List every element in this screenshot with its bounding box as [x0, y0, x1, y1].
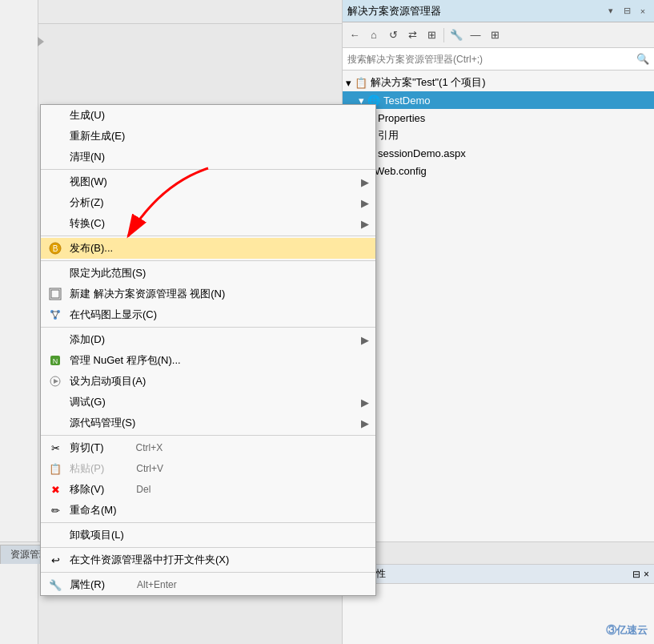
project-name-label: TestDemo: [383, 95, 431, 107]
open-folder-icon: ↩: [47, 552, 63, 568]
close-button[interactable]: ×: [636, 5, 649, 18]
menu-item-properties-shortcut: Alt+Enter: [137, 579, 177, 590]
solution-explorer-toolbar: ← ⌂ ↺ ⇄ ⊞ 🔧 — ⊞: [343, 22, 654, 48]
menu-item-add[interactable]: 添加(D) ▶: [41, 329, 375, 350]
menu-item-rebuild[interactable]: 重新生成(E): [41, 126, 375, 147]
menu-item-debug[interactable]: 调试(G) ▶: [41, 392, 375, 413]
solution-file-icon: 📋: [355, 77, 367, 89]
properties-close-btn[interactable]: ×: [644, 569, 649, 580]
paste-icon: 📋: [47, 461, 63, 477]
menu-item-cut-shortcut: Ctrl+X: [136, 442, 163, 453]
toolbar-layout-icon[interactable]: ⊞: [486, 26, 504, 44]
menu-item-source-control-arrow: ▶: [361, 417, 369, 429]
menu-item-rename-label: 重命名(M): [70, 503, 117, 517]
codemap-icon: [47, 307, 63, 323]
menu-item-view-label: 视图(W): [70, 175, 107, 189]
menu-item-new-view-label: 新建 解决方案资源管理器 视图(N): [70, 287, 225, 301]
solution-project-item[interactable]: ▾ 🌐 TestDemo: [343, 91, 654, 109]
watermark-text: ③亿速云: [606, 624, 648, 636]
float-button[interactable]: ⊟: [620, 5, 633, 18]
tree-child-references[interactable]: 📁 引用: [343, 127, 654, 144]
svg-line-9: [55, 312, 58, 318]
menu-separator-7: [41, 547, 375, 548]
menu-item-clean[interactable]: 清理(N): [41, 147, 375, 167]
menu-item-cut-label: 剪切(T): [70, 441, 104, 455]
tree-child-properties[interactable]: 📁 Properties: [343, 109, 654, 127]
rename-icon: ✏: [47, 502, 63, 518]
menu-item-paste[interactable]: 📋 粘贴(P) Ctrl+V: [41, 458, 375, 479]
menu-item-view-arrow: ▶: [361, 176, 369, 188]
menu-item-build-label: 生成(U): [70, 108, 105, 123]
solution-tree-root[interactable]: ▾ 📋 解决方案"Test"(1 个项目): [343, 74, 654, 91]
references-label: 引用: [378, 128, 399, 143]
pin-button[interactable]: ▾: [604, 5, 617, 18]
menu-separator-8: [41, 572, 375, 573]
svg-text:B: B: [53, 244, 58, 253]
tree-child-webconfig[interactable]: ⚙ Web.config: [343, 162, 654, 179]
solution-tree: ▾ 📋 解决方案"Test"(1 个项目) ▾ 🌐 TestDemo 📁 Pro…: [343, 70, 654, 183]
menu-item-remove-shortcut: Del: [136, 484, 150, 495]
menu-item-scope[interactable]: 限定为此范围(S): [41, 263, 375, 284]
menu-item-codemap-label: 在代码图上显示(C): [70, 308, 157, 322]
properties-content: [343, 584, 654, 590]
menu-item-transform[interactable]: 转换(C) ▶: [41, 213, 375, 234]
menu-separator-6: [41, 522, 375, 523]
menu-item-properties-label: 属性(R): [70, 578, 105, 592]
toolbar-refresh-icon[interactable]: ↺: [384, 26, 402, 44]
menu-separator-5: [41, 435, 375, 436]
solution-explorer-search-bar: 🔍: [343, 48, 654, 70]
menu-item-paste-shortcut: Ctrl+V: [136, 463, 163, 474]
properties-float-btn[interactable]: ⊟: [632, 569, 640, 580]
menu-item-analyze-label: 分析(Z): [70, 195, 104, 210]
svg-line-8: [52, 312, 55, 318]
menu-item-analyze[interactable]: 分析(Z) ▶: [41, 192, 375, 213]
panel-collapse-arrow[interactable]: [38, 37, 44, 46]
context-menu: 生成(U) 重新生成(E) 清理(N) 视图(W) ▶ 分析(Z) ▶ 转换(C…: [40, 104, 376, 596]
menu-item-source-control[interactable]: 源代码管理(S) ▶: [41, 413, 375, 433]
solution-expand-icon: ▾: [346, 77, 351, 89]
menu-item-transform-arrow: ▶: [361, 218, 369, 230]
menu-item-remove[interactable]: ✖ 移除(V) Del: [41, 479, 375, 500]
cut-icon: ✂: [47, 440, 63, 456]
svg-marker-13: [54, 379, 58, 384]
menu-item-codemap[interactable]: 在代码图上显示(C): [41, 304, 375, 325]
menu-item-new-view[interactable]: 新建 解决方案资源管理器 视图(N): [41, 284, 375, 304]
properties-label: Properties: [378, 112, 425, 124]
toolbar-wrench-icon[interactable]: 🔧: [447, 26, 465, 44]
toolbar-minus-icon[interactable]: —: [467, 26, 484, 44]
menu-item-remove-label: 移除(V): [70, 482, 104, 497]
menu-item-open-folder[interactable]: ↩ 在文件资源管理器中打开文件夹(X): [41, 549, 375, 570]
menu-separator-1: [41, 169, 375, 170]
menu-item-publish[interactable]: B 发布(B)...: [41, 238, 375, 259]
menu-item-properties[interactable]: 🔧 属性(R) Alt+Enter: [41, 574, 375, 595]
menu-separator-4: [41, 327, 375, 328]
menu-item-clean-label: 清理(N): [70, 150, 105, 164]
solution-explorer-titlebar: 解决方案资源管理器 ▾ ⊟ ×: [343, 0, 654, 22]
menu-item-cut[interactable]: ✂ 剪切(T) Ctrl+X: [41, 437, 375, 458]
tree-child-session-aspx[interactable]: 📄 sessionDemo.aspx: [343, 144, 654, 162]
menu-item-rebuild-label: 重新生成(E): [70, 129, 125, 143]
menu-item-debug-label: 调试(G): [70, 395, 106, 409]
toolbar-home-icon[interactable]: ⌂: [365, 26, 383, 44]
menu-item-add-arrow: ▶: [361, 334, 369, 346]
publish-icon: B: [47, 240, 63, 256]
menu-item-rename[interactable]: ✏ 重命名(M): [41, 500, 375, 521]
menu-item-nuget[interactable]: N 管理 NuGet 程序包(N)...: [41, 350, 375, 371]
search-icon: 🔍: [636, 53, 649, 65]
menu-item-startup[interactable]: 设为启动项目(A): [41, 371, 375, 392]
nuget-icon: N: [47, 352, 63, 368]
menu-item-view[interactable]: 视图(W) ▶: [41, 171, 375, 192]
menu-item-publish-label: 发布(B)...: [70, 241, 113, 256]
toolbar-sync-icon[interactable]: ⇄: [403, 26, 421, 44]
solution-label: 解决方案"Test"(1 个项目): [371, 75, 486, 90]
toolbar-filter-icon[interactable]: ⊞: [423, 26, 440, 44]
menu-item-open-folder-label: 在文件资源管理器中打开文件夹(X): [70, 553, 229, 567]
menu-item-unload[interactable]: 卸载项目(L): [41, 525, 375, 545]
menu-item-scope-label: 限定为此范围(S): [70, 266, 146, 280]
session-aspx-label: sessionDemo.aspx: [378, 147, 466, 159]
webconfig-label: Web.config: [375, 165, 427, 177]
solution-explorer-search-input[interactable]: [347, 54, 636, 65]
toolbar-back-icon[interactable]: ←: [346, 26, 363, 44]
menu-separator-3: [41, 260, 375, 261]
menu-item-build[interactable]: 生成(U): [41, 105, 375, 126]
